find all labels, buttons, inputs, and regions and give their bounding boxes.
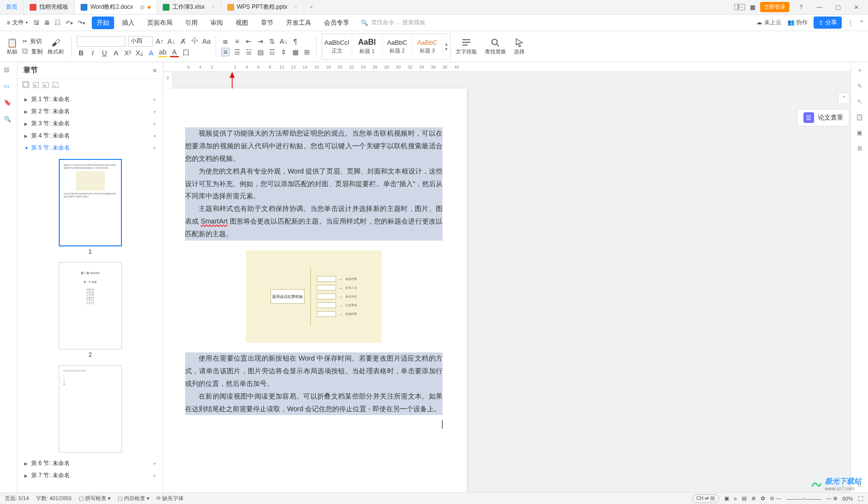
view-mode-icon[interactable]: ✿ (761, 495, 765, 502)
grow-font-icon[interactable]: A↑ (155, 37, 164, 46)
numbering-icon[interactable]: ≡ (233, 37, 241, 46)
style-gallery[interactable]: AaBbCcI正文 AaBl标题 1 AaBbC标题 2 AaBbC标题 3 ▲… (322, 34, 451, 60)
view-mode-icon[interactable]: ▤ (742, 495, 747, 502)
find-icon[interactable]: 🔍 (4, 116, 14, 125)
more-tools-icon[interactable]: ⊞ (857, 145, 862, 152)
tab-excel[interactable]: 工作簿3.xlsx × (157, 0, 221, 14)
align-center-icon[interactable]: ☰ (233, 48, 241, 56)
save-icon[interactable]: 🖫 (33, 18, 40, 27)
document-scroll[interactable]: 视频提供了功能强大的方法帮助您证明您的观点。当您单击联机视频时，可以在想要添加的… (163, 72, 851, 492)
tab-insert[interactable]: 插入 (117, 17, 139, 29)
adjust-icon[interactable]: ✧ (857, 67, 862, 74)
inc-indent-icon[interactable]: ⇥ (256, 37, 265, 46)
section-item[interactable]: ▶第 4 节: 未命名▾ (17, 130, 163, 142)
tab-vip[interactable]: 会员专享 (319, 17, 354, 29)
dec-indent-icon[interactable]: ⇤ (244, 37, 253, 46)
section-item[interactable]: ▶第 2 节: 未命名▾ (17, 105, 163, 118)
home-tab[interactable]: 首页 (0, 0, 24, 14)
zoom-in-icon[interactable]: — ⊕ (826, 495, 837, 502)
select-button[interactable]: 选择 (511, 36, 528, 56)
tab-reference[interactable]: 引用 (180, 17, 203, 29)
tab-word-doc[interactable]: Word教程2.docx ⊘ (75, 0, 157, 14)
help-icon[interactable]: ? (794, 4, 808, 11)
add-tab-button[interactable]: ＋ (304, 0, 319, 14)
zoom-out-icon[interactable]: ⊖ — (770, 495, 781, 502)
more-icon[interactable]: ⋮ (848, 19, 853, 26)
style-h3[interactable]: AaBbC标题 3 (412, 34, 443, 59)
view-mode-icon[interactable]: ≡ (734, 496, 737, 502)
minimize-icon[interactable]: — (813, 4, 826, 11)
tab-view[interactable]: 视图 (231, 17, 253, 29)
zoom-value[interactable]: 80% (842, 496, 853, 502)
layout-icon[interactable]: 3 ▫ (734, 4, 745, 10)
char-border-icon[interactable]: 囗 (182, 49, 190, 57)
underline-icon[interactable]: U (100, 49, 109, 57)
collapse-ribbon-icon[interactable]: ⌃ (859, 19, 864, 26)
bookmark-icon[interactable]: 🔖 (4, 99, 14, 109)
shrink-font-icon[interactable]: A↓ (167, 37, 176, 46)
preview-icon[interactable]: ⿴ (54, 18, 62, 27)
tab-ppt[interactable]: WPS PPT教程.pptx × (221, 0, 304, 14)
doc-paragraph[interactable]: 为使您的文档具有专业外观，Word 提供了页眉、页脚、封面和文本框设计，这些设计… (185, 165, 443, 203)
login-button[interactable]: 立即登录 (760, 2, 789, 12)
style-h2[interactable]: AaBbC标题 2 (382, 34, 412, 59)
pointer-icon[interactable]: ↖ (857, 98, 862, 105)
tool-icon[interactable]: + (43, 82, 49, 88)
tab-templates[interactable]: 找稻壳模板 (24, 0, 75, 14)
bold-icon[interactable]: B (77, 49, 85, 57)
section-item[interactable]: ▶第 3 节: 未命名▾ (17, 118, 163, 130)
style-up-icon[interactable]: ▲ (444, 42, 449, 47)
text-direction-icon[interactable]: ⇅ (268, 37, 276, 46)
missing-font[interactable]: ⟳ 缺失字体 (156, 495, 184, 502)
text-effect-icon[interactable]: A (147, 49, 155, 57)
justify-icon[interactable]: ▤ (256, 48, 265, 56)
style-down-icon[interactable]: ▼ (444, 47, 449, 52)
pen-icon[interactable]: ✎ (857, 83, 862, 89)
tool-icon[interactable]: − (52, 82, 58, 88)
font-size-select[interactable]: 小四 (128, 36, 153, 47)
collapse-panel-icon[interactable]: ⌃ (838, 92, 850, 104)
section-item[interactable]: ▶第 7 节: 未命名▾ (17, 469, 163, 482)
page-indicator[interactable]: 页面: 5/14 (5, 495, 29, 502)
tab-developer[interactable]: 开发工具 (281, 17, 316, 29)
zoom-slider[interactable]: ———○——— (786, 496, 821, 502)
doc-paragraph[interactable]: 视频提供了功能强大的方法帮助您证明您的观点。当您单击联机视频时，可以在想要添加的… (185, 127, 443, 165)
view-mode-icon[interactable]: ⊕ (751, 495, 756, 502)
close-icon[interactable]: × (294, 4, 298, 11)
horizontal-ruler[interactable]: 642246810121416182022242628303234363840 (163, 62, 851, 72)
show-marks-icon[interactable]: ¶ (291, 37, 300, 46)
maximize-icon[interactable]: ▢ (831, 4, 845, 11)
style-h1[interactable]: AaBl标题 1 (352, 34, 382, 59)
file-menu[interactable]: ≡ 文件 ▾ (4, 18, 31, 27)
tab-review[interactable]: 审阅 (205, 17, 228, 29)
document-page[interactable]: 视频提供了功能强大的方法帮助您证明您的观点。当您单击联机视频时，可以在想要添加的… (163, 88, 467, 492)
phonetic-icon[interactable]: 㐃 (190, 37, 199, 46)
share-button[interactable]: ⇪ 分享 (814, 17, 842, 29)
section-item-active[interactable]: ▼第 5 节: 未命名▾ (17, 142, 163, 154)
superscript-icon[interactable]: X² (123, 49, 132, 57)
page-thumb-1[interactable]: 视频提供了功能强大的方法帮助您证明您的观点当您单击联机视频时可以在想要添加的视频… (59, 159, 122, 246)
sort-icon[interactable]: A↓ (279, 37, 288, 46)
tab-home[interactable]: 开始 (92, 17, 114, 29)
layout-icon[interactable]: ▣ (857, 129, 862, 136)
align-right-icon[interactable]: ☱ (244, 48, 253, 56)
clipboard-icon[interactable]: 📋 (856, 114, 863, 121)
cloud-status[interactable]: ☁ 未上云 (756, 18, 781, 27)
view-mode-icon[interactable]: ▣ (724, 495, 729, 502)
command-search[interactable]: 🔍 查找命令... 搜索模板 (361, 18, 425, 27)
italic-icon[interactable]: I (88, 49, 97, 57)
redo-icon[interactable]: ↷▾ (77, 18, 86, 27)
format-painter-button[interactable]: 🖌 格式刷 (45, 37, 67, 56)
borders-icon[interactable]: ⊞ (303, 48, 311, 56)
text-arrange-button[interactable]: 文字排版 (453, 36, 480, 56)
spell-check-toggle[interactable]: ▢ 拼写检查 ▾ (79, 495, 111, 502)
subscript-icon[interactable]: X₂ (135, 49, 144, 57)
tool-icon[interactable] (23, 82, 29, 88)
line-spacing-icon[interactable]: ⇕ (279, 48, 288, 56)
content-check-toggle[interactable]: ▢ 内容检查 ▾ (118, 495, 150, 502)
align-left-icon[interactable]: ≡ (221, 48, 230, 56)
panel-close-icon[interactable]: × (153, 66, 157, 74)
highlight-icon[interactable]: ab (158, 49, 167, 57)
bullets-icon[interactable]: ≣ (221, 37, 230, 46)
word-count[interactable]: 字数: 401/2855 (36, 495, 72, 502)
